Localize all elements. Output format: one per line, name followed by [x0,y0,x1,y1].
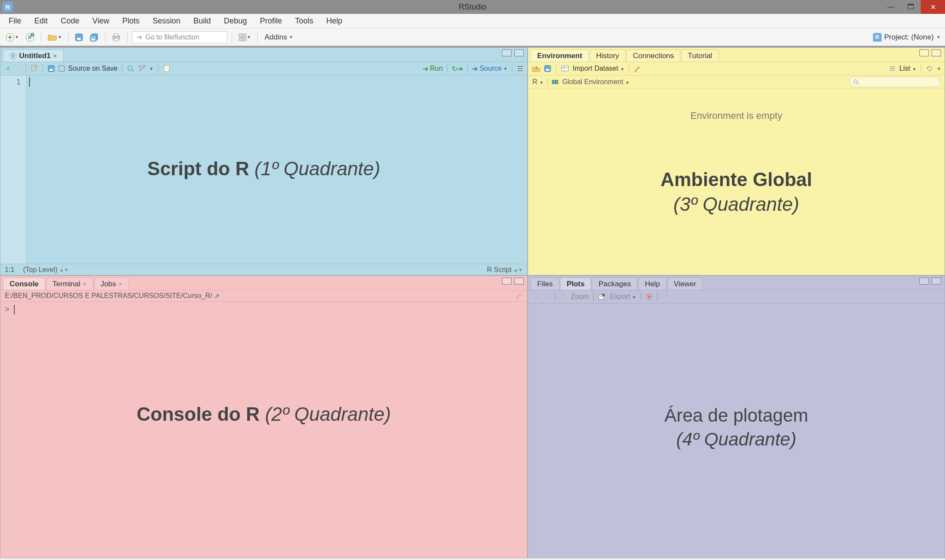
tab-plots[interactable]: Plots [560,278,591,290]
close-button[interactable]: ✕ [921,0,945,14]
export-button[interactable]: Export ▼ [610,293,637,301]
minimize-pane-button[interactable] [502,49,512,56]
cursor [29,77,30,87]
outline-icon[interactable] [517,65,524,72]
tab-terminal[interactable]: Terminal× [46,278,93,290]
goto-file-input[interactable]: Go to file/function [132,31,227,43]
menu-debug[interactable]: Debug [219,15,252,27]
menu-help[interactable]: Help [321,15,348,27]
svg-text:R: R [11,54,15,59]
project-menu[interactable]: R Project: (None)▼ [873,33,941,42]
tab-viewer[interactable]: Viewer [667,278,703,290]
language-scope[interactable]: R ▼ [532,78,544,86]
svg-point-23 [141,65,142,66]
zoom-button[interactable]: Zoom [571,293,589,301]
addins-menu[interactable]: Addins▼ [262,33,296,42]
tab-history[interactable]: History [590,49,626,62]
broom-icon[interactable] [662,293,669,301]
run-button[interactable]: ➔Run [423,65,443,73]
svg-rect-12 [239,34,242,37]
import-dataset-icon [561,65,569,72]
wand-icon[interactable] [138,65,146,72]
menu-build[interactable]: Build [188,15,216,27]
tab-untitled1[interactable]: R Untitled1 × [3,49,63,62]
load-workspace-icon[interactable] [532,65,540,72]
tab-help[interactable]: Help [638,278,666,290]
maximize-pane-button[interactable] [932,278,941,285]
print-button[interactable] [110,31,123,43]
close-icon[interactable]: × [53,52,57,59]
notebook-icon[interactable] [163,65,171,72]
scope-selector[interactable]: (Top Level) ▲▼ [23,266,69,274]
next-plot-icon[interactable] [544,294,551,300]
maximize-pane-button[interactable] [514,278,524,285]
menu-tools[interactable]: Tools [290,15,318,27]
menu-session[interactable]: Session [148,15,186,27]
prev-plot-icon[interactable] [532,294,539,300]
close-icon[interactable]: × [118,281,122,288]
broom-icon[interactable] [633,65,641,72]
cursor-position: 1:1 [5,266,14,274]
menu-view[interactable]: View [87,15,115,27]
export-icon [598,293,606,300]
menu-profile[interactable]: Profile [255,15,287,27]
global-env-icon [551,78,559,86]
search-icon [853,79,859,85]
save-icon[interactable] [47,65,55,72]
save-button[interactable] [73,31,85,43]
minimize-pane-button[interactable] [919,49,929,56]
source-statusbar: 1:1 (Top Level) ▲▼ R Script ▲▼ [0,264,527,275]
tab-packages[interactable]: Packages [592,278,637,290]
remove-plot-icon[interactable] [646,293,653,300]
environment-scope[interactable]: Global Environment ▼ [562,78,630,86]
back-icon[interactable] [4,65,11,72]
maximize-pane-button[interactable] [514,49,524,56]
show-in-new-window-icon[interactable] [30,65,38,72]
save-all-button[interactable] [88,31,101,43]
import-dataset-button[interactable]: Import Dataset ▼ [573,65,624,72]
search-icon[interactable] [127,65,135,72]
close-icon[interactable]: × [83,281,86,288]
list-icon [889,65,896,72]
grid-icon [238,33,247,42]
svg-rect-30 [557,80,558,84]
refresh-icon[interactable] [925,65,933,72]
tab-connections[interactable]: Connections [627,49,681,62]
broom-icon[interactable] [515,292,523,300]
source-button[interactable]: ➔Source▼ [472,65,508,73]
minimize-pane-button[interactable] [502,278,512,285]
tab-files[interactable]: Files [531,278,559,290]
menu-edit[interactable]: Edit [29,15,53,27]
tab-tutorial[interactable]: Tutorial [681,49,719,62]
new-file-button[interactable]: ▼ [3,31,21,43]
svg-rect-27 [561,66,568,71]
view-mode-button[interactable]: List ▼ [899,65,916,72]
menu-code[interactable]: Code [56,15,85,27]
zoom-icon [560,293,567,300]
env-search-input[interactable] [849,77,940,87]
svg-rect-11 [114,38,118,41]
workspace-panes-button[interactable]: ▼ [236,31,253,43]
tab-console[interactable]: Console [3,278,45,290]
new-project-button[interactable]: R [23,31,36,43]
minimize-pane-button[interactable] [919,278,929,285]
menu-plots[interactable]: Plots [117,15,145,27]
tab-environment[interactable]: Environment [531,49,589,62]
source-on-save-checkbox[interactable] [59,65,65,72]
console-input[interactable]: > [0,302,527,558]
language-selector[interactable]: R Script ▲▼ [487,266,523,274]
annotation-q3: Ambiente Global (3º Quadrante) [528,167,945,216]
maximize-pane-button[interactable] [932,49,941,56]
console-tabs: Console Terminal× Jobs× [0,276,527,290]
plots-tabs: Files Plots Packages Help Viewer [528,276,945,290]
maximize-button[interactable]: 🗖 [901,0,921,14]
source-on-save-label: Source on Save [68,65,118,72]
forward-icon[interactable] [14,65,21,72]
save-workspace-icon[interactable] [544,65,551,72]
rerun-button[interactable]: ↻➔ [452,65,463,73]
tab-jobs[interactable]: Jobs× [94,278,129,290]
open-file-button[interactable]: ▼ [46,31,64,43]
minimize-button[interactable]: — [881,0,901,14]
annotation-q1: Script do R (1º Quadrante) [0,156,527,181]
menu-file[interactable]: File [3,15,26,27]
